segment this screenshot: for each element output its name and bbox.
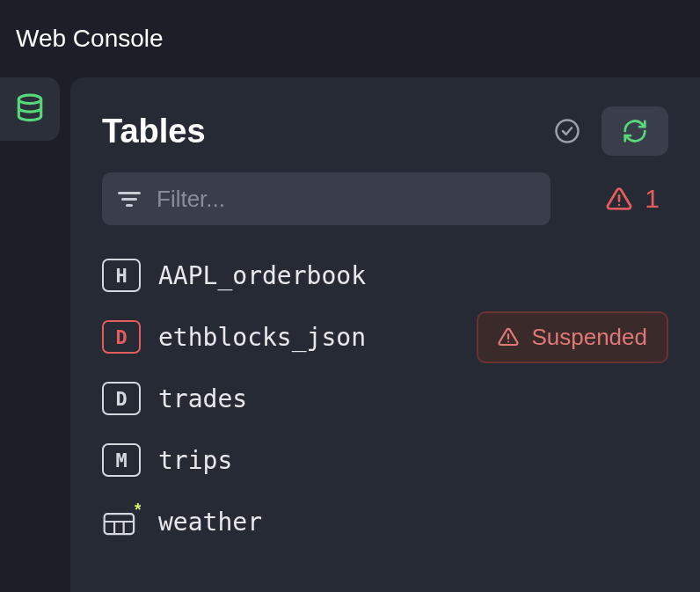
table-name: ethblocks_json (158, 323, 366, 352)
svg-point-1 (557, 121, 579, 143)
svg-point-5 (507, 341, 509, 343)
table-row[interactable]: * weather (102, 491, 668, 552)
warning-count[interactable]: 1 (606, 184, 660, 214)
type-badge-materialized: * (102, 505, 141, 538)
svg-point-3 (618, 204, 621, 207)
panel-title: Tables (102, 113, 206, 150)
filter-row: 1 (102, 172, 668, 225)
materialized-view-icon: * (102, 502, 141, 541)
type-badge: M (102, 443, 141, 477)
table-name: AAPL_orderbook (158, 261, 366, 290)
type-badge: D (102, 320, 141, 354)
app-header: Web Console (0, 0, 700, 77)
table-row[interactable]: D trades (102, 368, 668, 429)
status-badge: Suspended (477, 311, 668, 363)
sidebar-item-database[interactable] (0, 77, 60, 141)
panel-header: Tables (102, 99, 668, 164)
app-title: Web Console (16, 25, 164, 53)
table-name: weather (158, 508, 262, 537)
status-label: Suspended (531, 324, 647, 351)
warning-icon (498, 326, 519, 347)
refresh-icon (622, 118, 648, 144)
table-name: trades (158, 384, 247, 413)
filter-box[interactable] (102, 172, 551, 225)
database-icon (13, 92, 47, 126)
warning-count-value: 1 (645, 184, 660, 214)
panel-actions (551, 106, 668, 156)
svg-point-0 (18, 95, 40, 104)
table-row[interactable]: M trips (102, 429, 668, 491)
layout: Tables (0, 77, 700, 592)
warning-icon (606, 186, 632, 212)
svg-text:*: * (135, 502, 141, 519)
type-badge: D (102, 382, 141, 415)
select-all-button[interactable] (551, 114, 584, 148)
table-row[interactable]: D ethblocks_json Suspended (102, 306, 668, 368)
type-badge: H (102, 259, 141, 292)
table-list: H AAPL_orderbook D ethblocks_json Suspen… (102, 245, 668, 552)
tables-panel: Tables (70, 77, 700, 592)
table-name: trips (158, 446, 232, 475)
svg-rect-6 (105, 514, 134, 534)
filter-icon (118, 192, 141, 207)
filter-input[interactable] (157, 186, 535, 213)
table-row[interactable]: H AAPL_orderbook (102, 245, 668, 306)
refresh-button[interactable] (602, 106, 668, 156)
side-rail (0, 77, 60, 592)
check-circle-icon (554, 118, 580, 144)
